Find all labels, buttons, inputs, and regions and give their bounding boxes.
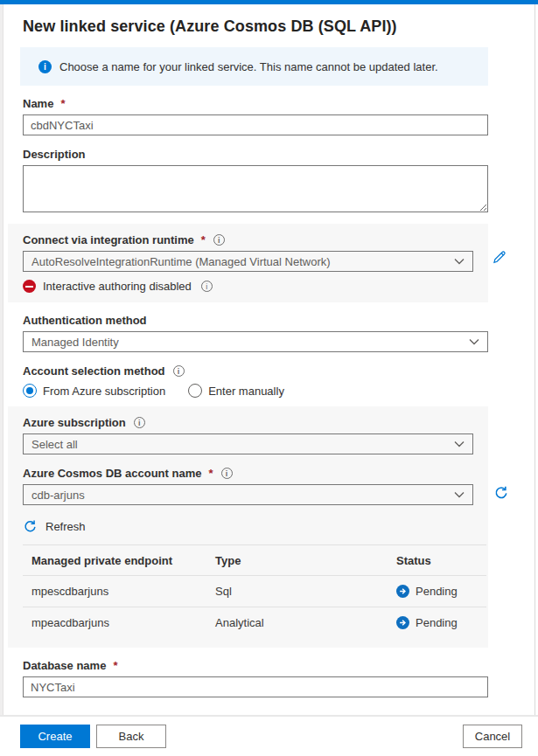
column-header-endpoint: Managed private endpoint xyxy=(31,554,215,567)
chevron-down-icon xyxy=(454,258,465,265)
footer-action-bar: Create Back Cancel xyxy=(0,715,538,756)
edit-pencil-icon[interactable] xyxy=(492,249,507,265)
radio-enter-manually[interactable]: Enter manually xyxy=(188,384,284,398)
warning-text: Interactive authoring disabled xyxy=(43,280,192,293)
account-refresh-icon[interactable] xyxy=(493,485,509,501)
required-asterisk: * xyxy=(113,659,117,672)
account-selection-label: Account selection method i xyxy=(23,364,488,378)
info-banner: i Choose a name for your linked service.… xyxy=(20,47,488,86)
refresh-button[interactable]: Refresh xyxy=(23,519,101,534)
cosmos-account-label: Azure Cosmos DB account name* i xyxy=(23,467,473,480)
cosmos-account-dropdown[interactable]: cdb-arjuns xyxy=(23,484,473,505)
azure-subscription-label: Azure subscription i xyxy=(23,416,473,429)
chevron-down-icon xyxy=(454,491,465,498)
integration-runtime-label: Connect via integration runtime* i xyxy=(23,233,473,246)
auth-method-label: Authentication method xyxy=(23,314,488,327)
refresh-icon xyxy=(23,519,38,534)
auth-method-dropdown[interactable]: Managed Identity xyxy=(23,331,488,352)
radio-from-azure-subscription[interactable]: From Azure subscription xyxy=(23,384,165,398)
database-name-input[interactable] xyxy=(23,676,488,697)
endpoint-type: Sql xyxy=(215,585,396,598)
description-input[interactable] xyxy=(23,165,488,212)
status-text: Pending xyxy=(416,616,458,629)
integration-runtime-section: Connect via integration runtime* i AutoR… xyxy=(8,224,488,302)
chevron-down-icon xyxy=(454,440,465,447)
create-button[interactable]: Create xyxy=(20,725,90,748)
account-selection-radio-group: From Azure subscription Enter manually xyxy=(23,384,488,398)
table-header-row: Managed private endpoint Type Status xyxy=(23,545,486,575)
required-asterisk: * xyxy=(201,233,206,246)
azure-subscription-dropdown[interactable]: Select all xyxy=(23,433,473,454)
column-header-type: Type xyxy=(215,554,396,567)
chevron-down-icon xyxy=(469,338,479,345)
back-button[interactable]: Back xyxy=(96,725,166,748)
endpoint-type: Analytical xyxy=(215,616,396,629)
column-header-status: Status xyxy=(396,554,486,567)
status-cell: Pending xyxy=(396,616,486,629)
info-outline-icon[interactable]: i xyxy=(134,417,145,428)
name-input[interactable] xyxy=(23,114,488,135)
cancel-button[interactable]: Cancel xyxy=(463,725,522,748)
page-title: New linked service (Azure Cosmos DB (SQL… xyxy=(23,17,488,36)
radio-unselected-icon[interactable] xyxy=(188,384,202,398)
table-row[interactable]: mpescdbarjuns Sql Pending xyxy=(23,575,486,607)
interactive-authoring-warning: Interactive authoring disabled i xyxy=(23,280,473,293)
endpoint-name: mpeacdbarjuns xyxy=(31,616,215,629)
endpoint-name: mpescdbarjuns xyxy=(31,585,215,598)
info-outline-icon[interactable]: i xyxy=(173,365,185,377)
info-outline-icon[interactable]: i xyxy=(221,468,233,479)
table-row[interactable]: mpeacdbarjuns Analytical Pending xyxy=(23,607,486,638)
pending-status-icon xyxy=(396,616,409,629)
required-asterisk: * xyxy=(208,467,213,480)
panel-right-border xyxy=(535,4,535,756)
blocked-icon xyxy=(23,280,36,293)
name-label: Name* xyxy=(23,97,488,110)
description-label: Description xyxy=(23,148,488,161)
database-name-label: Database name* xyxy=(23,659,488,672)
left-edge-strip xyxy=(0,4,3,756)
info-icon: i xyxy=(38,60,52,73)
new-linked-service-panel: New linked service (Azure Cosmos DB (SQL… xyxy=(23,4,488,697)
required-asterisk: * xyxy=(60,97,65,110)
pending-status-icon xyxy=(396,585,409,598)
radio-selected-icon[interactable] xyxy=(23,384,37,398)
status-cell: Pending xyxy=(396,585,486,598)
integration-runtime-dropdown[interactable]: AutoResolveIntegrationRuntime (Managed V… xyxy=(23,251,473,272)
azure-account-section: Azure subscription i Select all Azure Co… xyxy=(8,406,488,648)
info-outline-icon[interactable]: i xyxy=(201,281,213,292)
status-text: Pending xyxy=(416,585,458,598)
panel-top-accent-bar xyxy=(0,0,538,4)
info-banner-text: Choose a name for your linked service. T… xyxy=(59,60,438,73)
managed-private-endpoint-table: Managed private endpoint Type Status mpe… xyxy=(23,545,486,638)
info-outline-icon[interactable]: i xyxy=(213,234,225,246)
